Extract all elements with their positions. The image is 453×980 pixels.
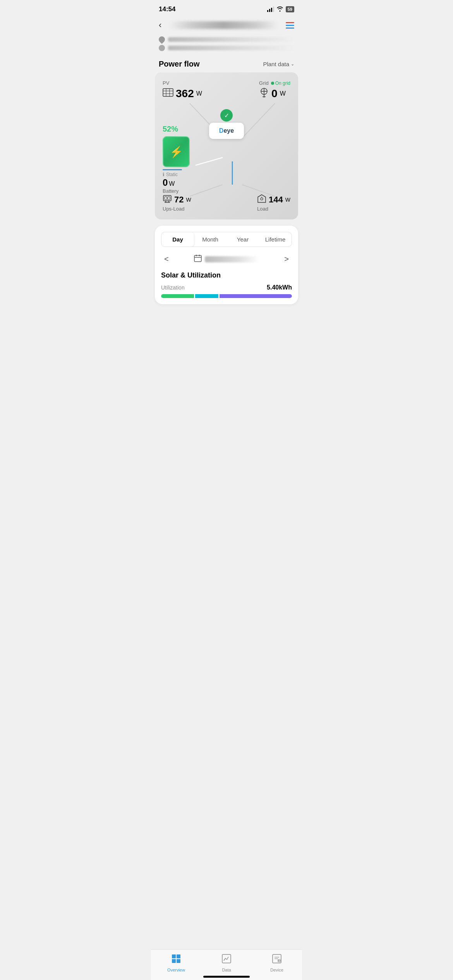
battery-percent: 52% — [163, 125, 178, 134]
next-date-button[interactable]: > — [281, 253, 292, 265]
pv-icon — [163, 88, 173, 99]
prev-date-button[interactable]: < — [161, 253, 172, 265]
grid-value: 0 — [271, 87, 278, 100]
pv-unit: W — [196, 90, 202, 97]
location-pin-icon — [158, 35, 166, 44]
ups-unit: W — [186, 197, 191, 203]
energy-card: Day Month Year Lifetime < > Solar & Util… — [155, 226, 298, 304]
ups-value: 72 — [174, 195, 184, 205]
menu-line-3 — [286, 27, 294, 29]
pv-value-row: 362 W — [163, 87, 202, 100]
svg-point-22 — [261, 198, 263, 200]
progress-bar — [161, 294, 292, 298]
battery-lightning-icon: ⚡ — [170, 146, 183, 158]
plant-data-label: Plant data — [263, 61, 289, 67]
load-unit: W — [285, 197, 290, 203]
location-row — [151, 34, 302, 53]
utilization-label: Utilization — [161, 284, 185, 291]
grid-section: Grid On grid 0 W — [259, 80, 290, 100]
location-circle-icon — [159, 45, 165, 51]
svg-rect-24 — [194, 255, 201, 262]
power-flow-diagram: PV 362 W Grid On grid — [155, 72, 298, 219]
utilization-value: 5.40kWh — [267, 284, 292, 291]
progress-segment-cyan — [195, 294, 219, 298]
on-grid-badge: On grid — [271, 81, 290, 86]
svg-line-4 — [190, 185, 223, 196]
on-grid-dot — [271, 82, 274, 85]
battery-section: 52% ⚡ ℹ Static 0 W Battery — [163, 136, 190, 194]
battery-label: Battery — [163, 188, 190, 194]
inverter-box: Deye — [209, 123, 244, 139]
load-value: 144 — [269, 195, 283, 205]
power-flow-header: Power flow Plant data ⌄ — [151, 53, 302, 72]
battery-value: 0 — [163, 177, 168, 188]
menu-line-1 — [286, 22, 294, 23]
tab-month[interactable]: Month — [194, 232, 226, 247]
back-button[interactable]: ‹ — [159, 20, 161, 30]
date-display — [194, 254, 259, 264]
grid-label: Grid — [259, 80, 269, 86]
battery-icon: 59 — [286, 6, 294, 12]
check-circle: ✓ — [220, 109, 233, 122]
svg-line-1 — [242, 103, 275, 138]
load-section: 144 W Load — [257, 194, 290, 212]
progress-segment-green — [161, 294, 194, 298]
wifi-icon — [276, 6, 283, 13]
grid-unit: W — [280, 90, 286, 97]
tab-lifetime[interactable]: Lifetime — [259, 232, 292, 247]
load-value-row: 144 W — [257, 194, 290, 205]
tab-day[interactable]: Day — [161, 232, 194, 247]
plant-data-button[interactable]: Plant data ⌄ — [263, 61, 294, 67]
load-label: Load — [257, 206, 290, 212]
pv-label: PV — [163, 80, 202, 86]
battery-status-label: Static — [166, 172, 178, 177]
date-nav: < > — [161, 253, 292, 265]
svg-rect-18 — [168, 197, 170, 200]
header-title — [169, 21, 278, 29]
svg-rect-6 — [163, 89, 173, 96]
pv-section: PV 362 W — [163, 80, 202, 100]
location-item-1 — [159, 36, 294, 43]
ups-value-row: 72 W — [163, 194, 191, 205]
svg-line-2 — [196, 158, 223, 165]
location-text-2 — [168, 46, 294, 50]
menu-button[interactable] — [286, 22, 294, 29]
ups-icon — [163, 194, 172, 205]
location-text-1 — [168, 37, 294, 42]
header: ‹ — [151, 16, 302, 34]
battery-percent-bar — [163, 169, 182, 170]
status-icons: 59 — [267, 6, 294, 13]
period-tabs: Day Month Year Lifetime — [161, 232, 292, 247]
grid-value-row: 0 W — [259, 87, 290, 100]
tab-year[interactable]: Year — [226, 232, 259, 247]
battery-visual: ⚡ — [163, 136, 190, 167]
date-text — [205, 256, 259, 262]
status-time: 14:54 — [159, 5, 175, 13]
chevron-down-icon: ⌄ — [291, 62, 294, 67]
power-flow-title: Power flow — [159, 60, 200, 69]
load-icon — [257, 194, 266, 205]
battery-display: 52% ⚡ — [163, 136, 190, 167]
progress-segment-purple — [220, 294, 292, 298]
utilization-row: Utilization 5.40kWh — [161, 284, 292, 291]
inverter-brand: Deye — [215, 127, 238, 134]
calendar-icon — [194, 254, 202, 264]
svg-rect-17 — [165, 197, 167, 200]
status-bar: 14:54 59 — [151, 0, 302, 16]
menu-line-2 — [286, 25, 294, 26]
solar-utilization-title: Solar & Utilization — [161, 271, 292, 279]
static-label: ℹ Static — [163, 172, 190, 177]
battery-info: ℹ Static 0 W Battery — [163, 172, 190, 194]
battery-unit: W — [169, 180, 175, 187]
on-grid-label: On grid — [275, 81, 290, 86]
ups-label: Ups-Load — [163, 206, 191, 212]
signal-icon — [267, 7, 274, 12]
ups-section: 72 W Ups-Load — [163, 194, 191, 212]
grid-icon — [259, 87, 269, 100]
grid-label-row: Grid On grid — [259, 80, 290, 86]
location-item-2 — [159, 45, 294, 51]
pv-value: 362 — [176, 87, 194, 100]
